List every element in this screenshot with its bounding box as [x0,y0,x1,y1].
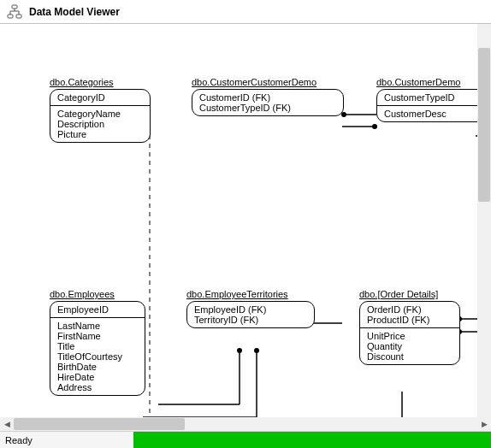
entity-pk: OrderID (FK) ProductID (FK) [360,302,459,328]
data-model-icon [7,4,22,20]
entity-pk: CustomerID (FK) CustomerTypeID (FK) [192,90,343,115]
entity-title: dbo.CustomerCustomerDemo [192,77,344,89]
window-header: Data Model Viewer [0,0,491,24]
entity-customer-demographics[interactable]: dbo.CustomerDemo CustomerTypeID Customer… [376,77,491,122]
svg-rect-1 [8,15,13,18]
scroll-left-icon[interactable]: ◀ [0,417,14,431]
window-title: Data Model Viewer [29,6,120,18]
entity-order-details[interactable]: dbo.[Order Details] OrderID (FK) Product… [359,289,460,365]
entity-title: dbo.[Order Details] [359,289,460,301]
svg-point-16 [254,348,259,353]
entity-title: dbo.Categories [50,77,151,89]
entity-categories[interactable]: dbo.Categories CategoryID CategoryName D… [50,77,151,143]
entity-employee-territories[interactable]: dbo.EmployeeTerritories EmployeeID (FK) … [186,289,315,328]
entity-pk: EmployeeID [50,302,145,318]
progress-bar [133,432,491,448]
svg-rect-2 [16,15,21,18]
scrollbar-track[interactable] [14,417,477,431]
vertical-scrollbar[interactable] [477,24,491,417]
entity-columns: UnitPrice Quantity Discount [360,328,459,364]
diagram-viewport[interactable]: dbo.Categories CategoryID CategoryName D… [0,24,491,431]
entity-columns: CustomerDesc [377,106,491,121]
entity-pk: CustomerTypeID [377,90,491,106]
entity-pk: EmployeeID (FK) TerritoryID (FK) [187,302,314,327]
status-text: Ready [0,432,133,448]
status-bar: Ready [0,431,491,448]
diagram-canvas[interactable]: dbo.Categories CategoryID CategoryName D… [0,24,491,431]
entity-title: dbo.Employees [50,289,145,301]
entity-employees[interactable]: dbo.Employees EmployeeID LastName FirstN… [50,289,145,396]
scrollbar-thumb[interactable] [478,48,490,202]
entity-customer-customer-demo[interactable]: dbo.CustomerCustomerDemo CustomerID (FK)… [192,77,344,116]
scroll-right-icon[interactable]: ▶ [477,417,491,431]
horizontal-scrollbar[interactable]: ◀ ▶ [0,417,491,431]
svg-point-19 [237,348,242,353]
svg-rect-0 [12,5,17,9]
entity-pk: CategoryID [50,90,150,106]
entity-title: dbo.CustomerDemo [376,77,491,89]
svg-point-11 [372,124,377,129]
entity-columns: LastName FirstName Title TitleOfCourtesy… [50,318,145,395]
entity-columns: CategoryName Description Picture [50,106,150,142]
entity-title: dbo.EmployeeTerritories [186,289,315,301]
scrollbar-thumb[interactable] [14,418,185,430]
